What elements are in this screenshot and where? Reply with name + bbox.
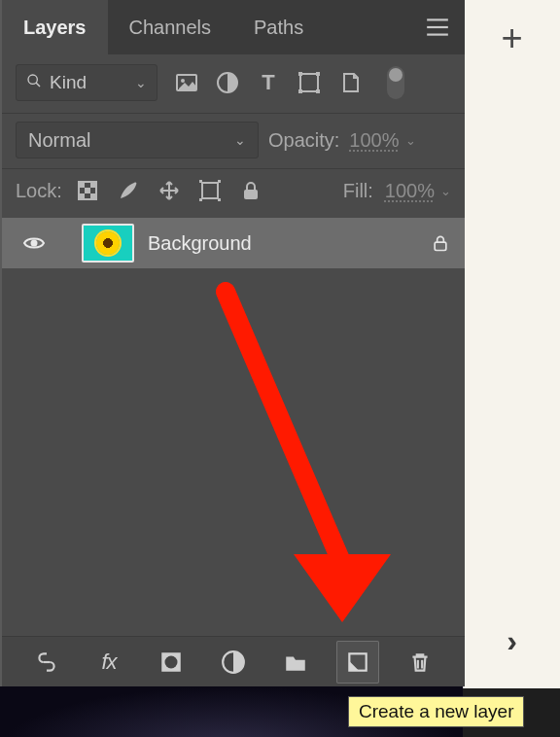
svg-rect-8 [300,74,318,91]
filter-smartobject-icon[interactable] [336,69,364,96]
delete-layer-icon[interactable] [399,641,441,684]
blend-row: Normal ⌄ Opacity: 100% ⌄ [2,114,465,168]
svg-rect-21 [218,180,221,183]
filter-toggle[interactable] [387,66,404,99]
tab-channels[interactable]: Channels [108,0,233,54]
svg-rect-14 [79,182,85,188]
layer-thumbnail[interactable] [82,224,134,263]
lock-row: Lock: Fill: 100% [2,169,465,216]
adjustment-layer-icon[interactable] [212,641,255,684]
filter-shape-icon[interactable] [296,69,323,96]
tab-paths[interactable]: Paths [232,0,325,54]
svg-line-4 [36,83,40,87]
lock-paint-icon[interactable] [115,177,142,204]
svg-rect-15 [90,182,96,188]
blend-mode-select[interactable]: Normal ⌄ [16,122,259,158]
chevron-down-icon: ⌄ [135,75,147,90]
svg-rect-11 [298,89,302,93]
fill-label: Fill: [343,180,373,202]
layer-row[interactable]: Background [2,218,465,268]
svg-rect-19 [202,183,218,198]
chevron-down-icon[interactable]: ⌄ [405,133,416,148]
filter-kind-label: Kind [50,72,87,93]
visibility-eye-icon[interactable] [19,231,49,255]
opacity-value[interactable]: 100% [349,129,399,152]
layer-style-icon[interactable]: fx [88,641,130,684]
collapsed-panels-gutter: + › [463,0,560,688]
chevron-down-icon: ⌄ [234,132,246,148]
svg-point-25 [31,240,38,247]
panel-tabs: Layers Channels Paths [2,0,465,54]
layers-bottom-toolbar: fx [2,636,465,686]
filter-type-icons: T [173,69,364,96]
new-group-icon[interactable] [274,641,317,684]
svg-rect-16 [85,188,90,193]
svg-rect-23 [218,198,221,201]
svg-rect-9 [298,72,302,76]
svg-rect-26 [435,242,446,250]
svg-rect-18 [90,193,96,199]
svg-point-6 [181,79,185,83]
filter-adjustment-icon[interactable] [214,69,241,96]
svg-rect-17 [79,193,85,199]
filter-kind-select[interactable]: Kind ⌄ [16,64,158,101]
lock-artboard-icon[interactable] [196,177,224,204]
layer-name[interactable]: Background [148,232,412,255]
lock-label: Lock: [16,180,62,202]
add-panel-icon[interactable]: + [501,18,522,59]
fill-value[interactable]: 100% [385,180,435,202]
svg-rect-22 [199,198,202,201]
lock-transparency-icon[interactable] [74,177,101,204]
lock-position-icon[interactable] [156,177,183,204]
svg-rect-12 [316,89,320,93]
svg-point-29 [165,655,178,668]
tooltip-new-layer: Create a new layer [348,696,524,727]
layer-mask-icon[interactable] [150,641,192,684]
svg-rect-20 [199,180,202,183]
search-icon [26,73,42,93]
tab-layers[interactable]: Layers [2,0,108,54]
thumbnail-image [96,231,120,255]
lock-all-icon[interactable] [237,177,264,204]
blend-mode-value: Normal [28,129,90,152]
expand-chevron-icon[interactable]: › [507,623,517,659]
layer-lock-icon[interactable] [426,233,455,253]
svg-point-3 [28,75,37,84]
filter-pixel-icon[interactable] [173,69,200,96]
opacity-label: Opacity: [268,129,339,152]
filter-type-icon[interactable]: T [255,69,282,96]
svg-rect-10 [316,72,320,76]
chevron-down-icon[interactable]: ⌄ [440,184,451,198]
link-layers-icon[interactable] [25,641,68,684]
layers-panel: Layers Channels Paths Kind ⌄ [0,0,465,686]
layers-list: Background [2,216,465,636]
new-layer-icon[interactable] [336,641,379,684]
layer-filter-row: Kind ⌄ T [2,54,465,113]
panel-menu-icon[interactable] [410,0,465,54]
svg-rect-24 [244,190,258,199]
